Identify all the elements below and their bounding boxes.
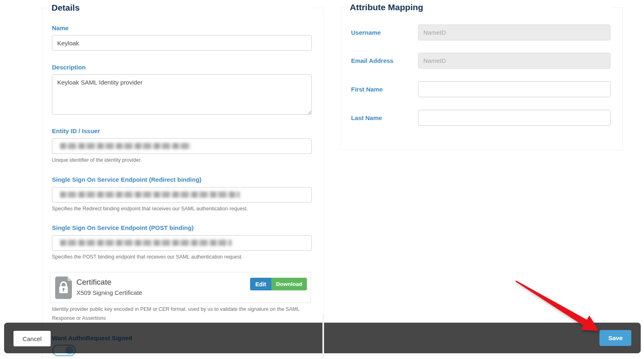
entity-id-redacted-value [60,143,191,149]
certificate-subtitle: X509 Signing Certificate [76,289,142,296]
attribute-row-username: Username [341,25,622,40]
cancel-button[interactable]: Cancel [13,331,51,346]
attribute-row-last-name: Last Name [341,110,622,126]
certificate-edit-button[interactable]: Edit [250,278,271,290]
description-label: Description [52,64,86,71]
sso-redirect-redacted-value [60,192,240,198]
attribute-mapping-title: Attribute Mapping [350,2,613,13]
sso-redirect-label: Single Sign On Service Endpoint (Redirec… [52,176,201,183]
entity-id-label: Entity ID / Issuer [52,127,100,134]
first-name-label: First Name [351,81,383,97]
username-input[interactable] [418,25,610,40]
sso-redirect-help: Specifies the Redirect binding endpoint … [52,204,248,213]
certificate-help: Identity provider public key encoded in … [52,305,313,323]
entity-id-help: Unique identifier of the identity provid… [52,156,142,165]
name-label: Name [52,25,69,31]
attribute-row-first-name: First Name [341,81,622,97]
certificate-title: Certificate [76,278,112,287]
details-panel-title: Details [51,2,314,13]
certificate-box: Certificate X509 Signing Certificate Edi… [50,272,311,303]
last-name-input[interactable] [418,110,610,126]
last-name-label: Last Name [351,110,382,126]
email-address-label: Email Address [351,53,394,69]
email-address-input[interactable] [418,53,610,69]
username-label: Username [351,25,381,40]
attribute-mapping-panel: Attribute Mapping Username Email Address… [340,7,623,150]
first-name-input[interactable] [418,81,610,97]
attribute-row-email: Email Address [341,53,622,69]
sso-post-label: Single Sign On Service Endpoint (POST bi… [52,224,194,231]
panel-divider-line [322,314,324,359]
description-textarea[interactable]: Keyloak SAML Identity provider [52,74,312,115]
sso-post-help: Specifies the POST binding endpoint that… [52,252,243,261]
certificate-download-button[interactable]: Download [271,278,307,290]
sso-post-redacted-value [60,240,232,246]
details-panel: Details Name Description Keyloak SAML Id… [42,8,324,359]
save-button[interactable]: Save [599,330,631,346]
name-input[interactable] [52,35,312,51]
